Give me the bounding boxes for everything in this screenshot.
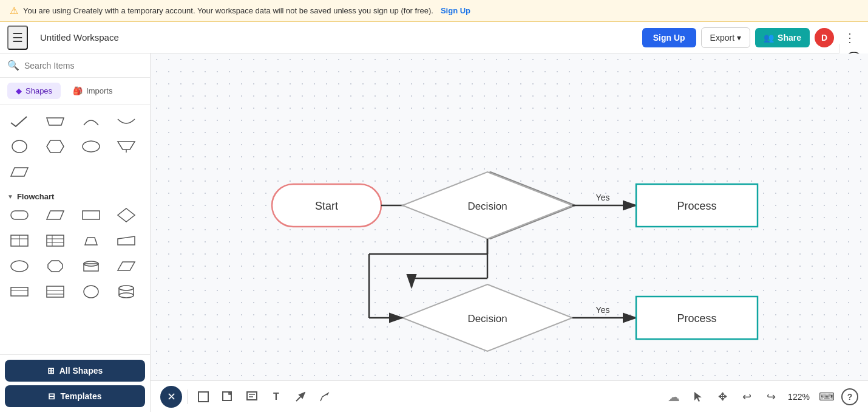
- shape-checkmark[interactable]: [5, 109, 34, 132]
- shape-oval[interactable]: [76, 135, 106, 158]
- share-icon: 👥: [764, 33, 774, 43]
- shape-parallelogram[interactable]: [5, 160, 34, 184]
- svg-rect-6: [11, 211, 28, 219]
- svg-text:Decision: Decision: [467, 313, 507, 324]
- text-tool[interactable]: T: [265, 386, 287, 408]
- svg-marker-3: [118, 142, 135, 149]
- grid-icon: ⊞: [47, 366, 55, 376]
- cloud-save-button[interactable]: ☁: [664, 387, 683, 407]
- svg-text:Process: Process: [677, 312, 716, 324]
- fc-rect2[interactable]: [5, 280, 34, 303]
- svg-rect-8: [83, 211, 100, 219]
- svg-rect-13: [47, 235, 64, 246]
- svg-line-64: [296, 393, 305, 401]
- sticky-note-tool[interactable]: [217, 386, 239, 408]
- fc-rectangle[interactable]: [76, 204, 106, 227]
- close-button[interactable]: ✕: [160, 386, 182, 408]
- section-collapse-arrow: ▼: [7, 193, 13, 200]
- select-tool[interactable]: [688, 387, 708, 407]
- fc-circle2[interactable]: [76, 280, 106, 303]
- toolbar-divider-1: [187, 390, 188, 404]
- line-tool[interactable]: [290, 386, 311, 408]
- move-tool[interactable]: ✥: [713, 387, 732, 407]
- search-bar: 🔍: [0, 53, 150, 78]
- warning-icon: ⚠: [10, 5, 18, 16]
- svg-text:Decision: Decision: [467, 201, 507, 212]
- bottom-toolbar: ✕ T ☁ ✥ ↩: [151, 380, 868, 412]
- fc-oval2[interactable]: [5, 255, 34, 278]
- export-button[interactable]: Export ▾: [701, 27, 750, 48]
- search-input[interactable]: [24, 61, 143, 70]
- header-actions: Sign Up Export ▾ 👥 Share D ⋮: [642, 27, 861, 48]
- svg-rect-58: [198, 392, 208, 402]
- fc-trapezoid[interactable]: [76, 229, 106, 252]
- sidebar-bottom: ⊞ All Shapes ⊟ Templates: [0, 354, 150, 412]
- svg-text:Yes: Yes: [596, 305, 610, 315]
- svg-rect-24: [11, 287, 28, 296]
- fc-manual-input[interactable]: [112, 229, 141, 252]
- tabs: ◆ Shapes 🎒 Imports: [0, 78, 150, 105]
- svg-text:Start: Start: [315, 200, 338, 212]
- shape-arc1[interactable]: [76, 109, 106, 132]
- notification-banner: ⚠ You are using Creately with a temporar…: [0, 0, 868, 22]
- flowchart-section[interactable]: ▼ Flowchart: [5, 188, 145, 204]
- main-layout: 🔍 ◆ Shapes 🎒 Imports: [0, 53, 868, 412]
- diagram-svg: Start Decision Yes Process: [151, 53, 868, 412]
- svg-marker-7: [47, 211, 64, 219]
- svg-point-29: [84, 286, 98, 298]
- zoom-controls: ☁ ✥ ↩ ↪ 122% ⌨ ?: [664, 387, 858, 407]
- fc-table2[interactable]: [41, 229, 70, 252]
- svg-rect-61: [247, 392, 257, 400]
- svg-point-2: [83, 141, 100, 152]
- tab-shapes[interactable]: ◆ Shapes: [7, 83, 61, 99]
- all-shapes-button[interactable]: ⊞ All Shapes: [5, 360, 145, 382]
- imports-tab-icon: 🎒: [73, 86, 83, 95]
- shape-arc2[interactable]: [112, 109, 141, 132]
- svg-marker-5: [11, 168, 28, 176]
- fc-parallelogram[interactable]: [41, 204, 70, 227]
- shape-funnel[interactable]: [112, 135, 141, 158]
- frame-tool[interactable]: [192, 386, 214, 408]
- svg-point-30: [119, 286, 134, 290]
- svg-marker-23: [118, 262, 135, 270]
- avatar[interactable]: D: [815, 28, 834, 47]
- fc-octagon[interactable]: [41, 255, 70, 278]
- fc-table1[interactable]: [5, 229, 34, 252]
- svg-point-0: [12, 140, 27, 153]
- shapes-tab-icon: ◆: [16, 86, 22, 95]
- shapes-grid-top: [5, 109, 145, 184]
- workspace-title[interactable]: Untitled Workspace: [35, 30, 635, 45]
- signup-button[interactable]: Sign Up: [642, 28, 696, 47]
- fc-cylinder[interactable]: [76, 255, 106, 278]
- shape-trapezoid-top[interactable]: [41, 109, 70, 132]
- search-icon: 🔍: [7, 60, 19, 71]
- sidebar: 🔍 ◆ Shapes 🎒 Imports: [0, 53, 151, 412]
- keyboard-shortcuts-button[interactable]: ⌨: [817, 387, 836, 407]
- zoom-level: 122%: [785, 392, 812, 402]
- fc-diamond[interactable]: [112, 204, 141, 227]
- note-tool[interactable]: [241, 386, 263, 408]
- draw-tool[interactable]: [314, 386, 336, 408]
- fc-rounded-rect[interactable]: [5, 204, 34, 227]
- menu-button[interactable]: ☰: [7, 26, 28, 50]
- banner-signup-link[interactable]: Sign Up: [441, 6, 470, 15]
- svg-point-19: [11, 261, 28, 272]
- svg-marker-20: [48, 261, 63, 272]
- svg-rect-21: [84, 264, 98, 271]
- redo-button[interactable]: ↪: [761, 387, 781, 407]
- templates-button[interactable]: ⊟ Templates: [5, 385, 145, 407]
- banner-message: You are using Creately with a temporary …: [23, 6, 433, 15]
- svg-rect-26: [47, 286, 64, 297]
- svg-marker-18: [118, 236, 135, 245]
- fc-skewed[interactable]: [112, 255, 141, 278]
- tab-imports[interactable]: 🎒 Imports: [64, 83, 121, 99]
- fc-split-rect[interactable]: [41, 280, 70, 303]
- canvas[interactable]: Start Decision Yes Process: [151, 53, 868, 412]
- share-button[interactable]: 👥 Share: [755, 28, 810, 47]
- svg-marker-17: [85, 238, 97, 245]
- shape-circle[interactable]: [5, 135, 34, 158]
- undo-button[interactable]: ↩: [737, 387, 756, 407]
- fc-db[interactable]: [112, 280, 141, 303]
- help-button[interactable]: ?: [841, 388, 858, 405]
- shape-hexagon[interactable]: [41, 135, 70, 158]
